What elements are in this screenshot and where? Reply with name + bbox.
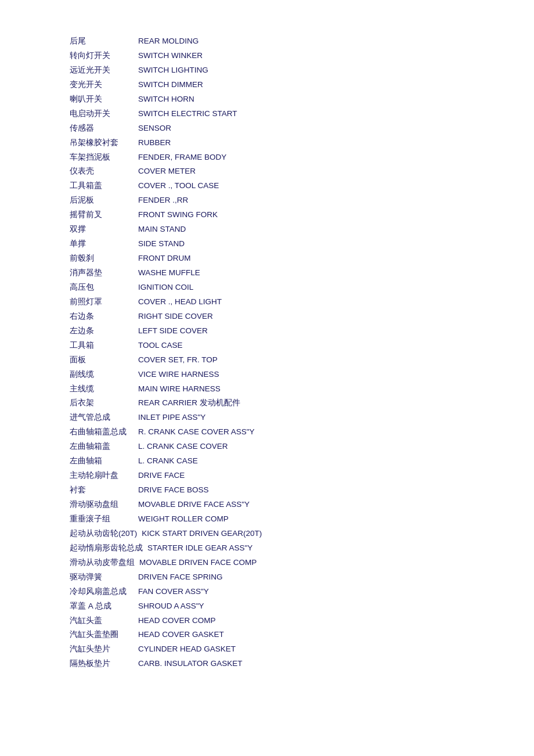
chinese-name: 滑动从动皮带盘组 [70, 556, 135, 570]
chinese-name: 汽缸头盖垫圈 [70, 628, 134, 642]
chinese-name: 双撑 [70, 223, 134, 236]
chinese-name: 吊架橡胶衬套 [70, 136, 134, 150]
english-name: L. CRANK CASE [138, 455, 198, 468]
table-row: 滑动从动皮带盘组MOVABLE DRIVEN FACE COMP [70, 556, 464, 570]
table-row: 前照灯罩COVER ., HEAD LIGHT [70, 296, 464, 309]
english-name: STARTER IDLE GEAR ASS"Y [147, 542, 252, 555]
english-name: SIDE STAND [138, 237, 185, 251]
english-name: KICK START DRIVEN GEAR(20T) [142, 527, 262, 541]
english-name: FENDER .,RR [138, 194, 188, 207]
chinese-name: 传感器 [70, 122, 134, 135]
english-name: REAR CARRIER 发动机配件 [138, 397, 240, 410]
table-row: 后尾REAR MOLDING [70, 35, 464, 48]
english-name: WEIGHT ROLLER COMP [138, 513, 229, 526]
english-name: MAIN WIRE HARNESS [138, 383, 221, 396]
english-name: SWITCH ELECTRIC START [138, 107, 237, 121]
table-row: 主线缆MAIN WIRE HARNESS [70, 383, 464, 396]
table-row: 罩盖 A 总成SHROUD A ASS"Y [70, 600, 464, 613]
chinese-name: 汽缸头盖 [70, 614, 134, 628]
table-row: 主动轮扇叶盘DRIVE FACE [70, 469, 464, 483]
english-name: COVER METER [138, 165, 196, 178]
table-row: 后泥板FENDER .,RR [70, 194, 464, 207]
table-row: 变光开关SWITCH DIMMER [70, 78, 464, 92]
table-row: 高压包IGNITION COIL [70, 281, 464, 294]
chinese-name: 重垂滚子组 [70, 513, 134, 526]
table-row: 起动惰扇形齿轮总成STARTER IDLE GEAR ASS"Y [70, 542, 464, 555]
table-row: 消声器垫WASHE MUFFLE [70, 267, 464, 280]
chinese-name: 摇臂前叉 [70, 208, 134, 222]
table-row: 仪表壳COVER METER [70, 165, 464, 178]
english-name: CARB. INSULATOR GASKET [138, 657, 243, 671]
table-row: 隔热板垫片CARB. INSULATOR GASKET [70, 657, 464, 671]
chinese-name: 仪表壳 [70, 165, 134, 178]
english-name: INLET PIPE ASS"Y [138, 411, 205, 424]
table-row: 左边条LEFT SIDE COVER [70, 325, 464, 338]
english-name: SWITCH WINKER [138, 49, 203, 63]
english-name: COVER ., TOOL CASE [138, 179, 219, 193]
chinese-name: 起动惰扇形齿轮总成 [70, 542, 143, 555]
table-row: 摇臂前叉FRONT SWING FORK [70, 208, 464, 222]
english-name: WASHE MUFFLE [138, 267, 200, 280]
english-name: IGNITION COIL [138, 281, 193, 294]
table-row: 进气管总成INLET PIPE ASS"Y [70, 411, 464, 424]
chinese-name: 消声器垫 [70, 267, 134, 280]
english-name: SWITCH HORN [138, 93, 194, 106]
chinese-name: 主线缆 [70, 383, 134, 396]
chinese-name: 右曲轴箱盖总成 [70, 426, 134, 439]
table-row: 车架挡泥板FENDER, FRAME BODY [70, 151, 464, 164]
chinese-name: 左曲轴箱 [70, 455, 134, 468]
chinese-name: 变光开关 [70, 78, 134, 92]
table-row: 电启动开关SWITCH ELECTRIC START [70, 107, 464, 121]
english-name: MAIN STAND [138, 223, 186, 236]
english-name: MOVABLE DRIVE FACE ASS"Y [138, 498, 250, 512]
chinese-name: 副线缆 [70, 368, 134, 381]
chinese-name: 罩盖 A 总成 [70, 600, 134, 613]
table-row: 双撑MAIN STAND [70, 223, 464, 236]
table-row: 后衣架REAR CARRIER 发动机配件 [70, 397, 464, 410]
english-name: SHROUD A ASS"Y [138, 600, 204, 613]
chinese-name: 车架挡泥板 [70, 151, 134, 164]
chinese-name: 滑动驱动盘组 [70, 498, 134, 512]
english-name: SENSOR [138, 122, 171, 135]
table-row: 起动从动齿轮(20T)KICK START DRIVEN GEAR(20T) [70, 527, 464, 541]
table-row: 工具箱盖COVER ., TOOL CASE [70, 179, 464, 193]
english-name: DRIVEN FACE SPRING [138, 571, 223, 584]
table-row: 滑动驱动盘组MOVABLE DRIVE FACE ASS"Y [70, 498, 464, 512]
chinese-name: 汽缸头垫片 [70, 643, 134, 656]
english-name: TOOL CASE [138, 339, 183, 352]
chinese-name: 前照灯罩 [70, 296, 134, 309]
chinese-name: 隔热板垫片 [70, 657, 134, 671]
english-name: RIGHT SIDE COVER [138, 310, 213, 323]
table-row: 单撑SIDE STAND [70, 237, 464, 251]
english-name: FAN COVER ASS"Y [138, 585, 209, 599]
english-name: DRIVE FACE [138, 469, 185, 483]
chinese-name: 后尾 [70, 35, 134, 48]
table-row: 远近光开关SWITCH LIGHTING [70, 64, 464, 77]
chinese-name: 电启动开关 [70, 107, 134, 121]
english-name: DRIVE FACE BOSS [138, 484, 209, 497]
chinese-name: 冷却风扇盖总成 [70, 585, 134, 599]
chinese-name: 高压包 [70, 281, 134, 294]
table-row: 重垂滚子组WEIGHT ROLLER COMP [70, 513, 464, 526]
table-row: 喇叭开关SWITCH HORN [70, 93, 464, 106]
english-name: FENDER, FRAME BODY [138, 151, 226, 164]
chinese-name: 主动轮扇叶盘 [70, 469, 134, 483]
chinese-name: 转向灯开关 [70, 49, 134, 63]
parts-list: 后尾REAR MOLDING转向灯开关SWITCH WINKER远近光开关SWI… [70, 35, 464, 671]
table-row: 吊架橡胶衬套RUBBER [70, 136, 464, 150]
chinese-name: 前毂刹 [70, 252, 134, 265]
chinese-name: 面板 [70, 354, 134, 367]
table-row: 驱动弹簧DRIVEN FACE SPRING [70, 571, 464, 584]
chinese-name: 进气管总成 [70, 411, 134, 424]
chinese-name: 左曲轴箱盖 [70, 440, 134, 453]
english-name: COVER SET, FR. TOP [138, 354, 218, 367]
table-row: 右边条RIGHT SIDE COVER [70, 310, 464, 323]
english-name: SWITCH DIMMER [138, 78, 203, 92]
english-name: L. CRANK CASE COVER [138, 440, 228, 453]
table-row: 左曲轴箱L. CRANK CASE [70, 455, 464, 468]
chinese-name: 喇叭开关 [70, 93, 134, 106]
table-row: 传感器SENSOR [70, 122, 464, 135]
chinese-name: 工具箱 [70, 339, 134, 352]
chinese-name: 右边条 [70, 310, 134, 323]
english-name: MOVABLE DRIVEN FACE COMP [139, 556, 257, 570]
